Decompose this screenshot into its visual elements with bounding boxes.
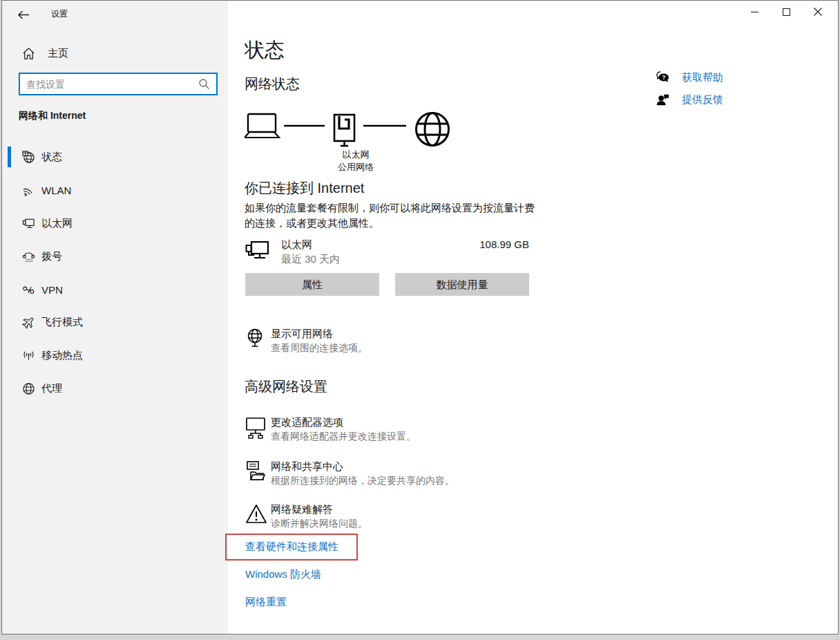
close-icon (814, 8, 822, 16)
sidebar-item-label: 飞行模式 (41, 316, 83, 329)
troubleshoot-title[interactable]: 网络疑难解答 (271, 503, 333, 516)
network-reset-link[interactable]: 网络重置 (245, 596, 287, 609)
sidebar-item-label: 状态 (41, 151, 62, 164)
maximize-icon (783, 8, 790, 16)
sidebar-item-dialup[interactable]: 拨号 (2, 243, 228, 270)
usage-period: 最近 30 天内 (281, 253, 340, 266)
sidebar-item-mobile-hotspot[interactable]: 移动热点 (2, 341, 228, 369)
sidebar-item-label: VPN (41, 284, 63, 296)
sidebar-item-airplane-mode[interactable]: 飞行模式 (2, 308, 228, 336)
diagram-adapter-label: 以太网 (304, 149, 408, 161)
internet-globe-icon (417, 113, 449, 146)
get-help-row[interactable]: ? 获取帮助 (656, 70, 723, 84)
search-icon[interactable] (198, 78, 210, 90)
minimize-button[interactable] (738, 1, 770, 23)
show-networks-title[interactable]: 显示可用网络 (271, 328, 333, 341)
home-icon (22, 47, 35, 60)
close-button[interactable] (802, 1, 834, 23)
vpn-icon (22, 283, 35, 297)
svg-text:?: ? (662, 74, 665, 81)
troubleshoot-warning-icon[interactable] (245, 504, 267, 525)
diagram-network-type-label: 公用网络 (304, 161, 408, 173)
settings-window: 设置 主页 网络和 Internet 状态 (1, 0, 839, 634)
feedback-label: 提供反馈 (682, 93, 723, 106)
show-networks-subtitle: 查看周围的连接选项。 (271, 342, 368, 355)
back-button[interactable] (12, 3, 35, 26)
sidebar-item-proxy[interactable]: 代理 (2, 375, 228, 402)
minimize-icon (751, 8, 758, 16)
connection-heading: 你已连接到 Internet (245, 179, 364, 198)
wifi-icon (22, 184, 35, 197)
page-title: 状态 (245, 37, 285, 64)
sharing-center-title[interactable]: 网络和共享中心 (271, 460, 343, 473)
main-content: 状态 网络状态 以太网 公用网络 你已连接到 I (228, 1, 838, 634)
sharing-center-subtitle: 根据所连接到的网络，决定要共享的内容。 (271, 475, 455, 487)
change-adapter-icon[interactable] (245, 417, 266, 439)
sidebar-item-wlan[interactable]: WLAN (2, 176, 228, 204)
available-networks-icon[interactable] (245, 328, 265, 349)
sidebar-item-ethernet[interactable]: 以太网 (2, 209, 228, 237)
sidebar-item-vpn[interactable]: VPN (2, 276, 228, 303)
feedback-row[interactable]: 提供反馈 (656, 93, 723, 106)
back-arrow-icon (18, 10, 30, 19)
data-usage-button[interactable]: 数据使用量 (395, 273, 529, 296)
sidebar-item-label: 拨号 (41, 250, 62, 263)
search-input[interactable] (20, 79, 198, 90)
titlebar: 设置 (2, 1, 228, 28)
ethernet-adapter-icon (245, 240, 270, 263)
sidebar-section-label: 网络和 Internet (19, 110, 86, 122)
adapter-name: 以太网 (281, 238, 312, 252)
sidebar-home-label: 主页 (48, 47, 68, 60)
airplane-icon (22, 316, 35, 329)
dialup-phone-icon (22, 250, 35, 263)
get-help-icon: ? (656, 70, 669, 84)
window-controls (738, 1, 834, 23)
diagram-labels: 以太网 公用网络 (304, 149, 408, 173)
change-adapter-title[interactable]: 更改适配器选项 (271, 416, 343, 429)
laptop-icon (245, 114, 279, 138)
properties-button[interactable]: 属性 (245, 273, 379, 296)
data-usage-value: 108.99 GB (391, 238, 529, 250)
sidebar: 设置 主页 网络和 Internet 状态 (2, 1, 228, 634)
sidebar-item-label: 移动热点 (41, 349, 83, 362)
ethernet-icon (22, 217, 35, 230)
windows-firewall-link[interactable]: Windows 防火墙 (245, 568, 321, 581)
status-globe-icon (22, 151, 35, 164)
hotspot-icon (22, 349, 35, 362)
connection-description: 如果你的流量套餐有限制，则你可以将此网络设置为按流量计费的连接，或者更改其他属性… (245, 200, 535, 231)
sharing-center-icon[interactable] (245, 460, 266, 482)
sidebar-item-status[interactable]: 状态 (2, 143, 228, 171)
proxy-globe-icon (22, 382, 35, 395)
troubleshoot-subtitle: 诊断并解决网络问题。 (271, 518, 368, 530)
sidebar-item-home[interactable]: 主页 (17, 42, 218, 64)
search-box (19, 73, 218, 95)
change-adapter-subtitle: 查看网络适配器并更改连接设置。 (271, 431, 416, 443)
hardware-properties-link[interactable]: 查看硬件和连接属性 (245, 540, 338, 554)
network-diagram (245, 111, 452, 150)
window-title: 设置 (51, 8, 68, 20)
feedback-person-icon (656, 93, 669, 106)
ethernet-connector-icon (334, 115, 354, 146)
sidebar-item-label: 以太网 (41, 217, 73, 230)
sidebar-item-label: 代理 (41, 382, 62, 395)
advanced-settings-heading: 高级网络设置 (245, 377, 327, 396)
maximize-button[interactable] (770, 1, 802, 23)
get-help-label: 获取帮助 (682, 71, 723, 84)
network-status-heading: 网络状态 (245, 75, 300, 93)
sidebar-item-label: WLAN (41, 185, 71, 196)
